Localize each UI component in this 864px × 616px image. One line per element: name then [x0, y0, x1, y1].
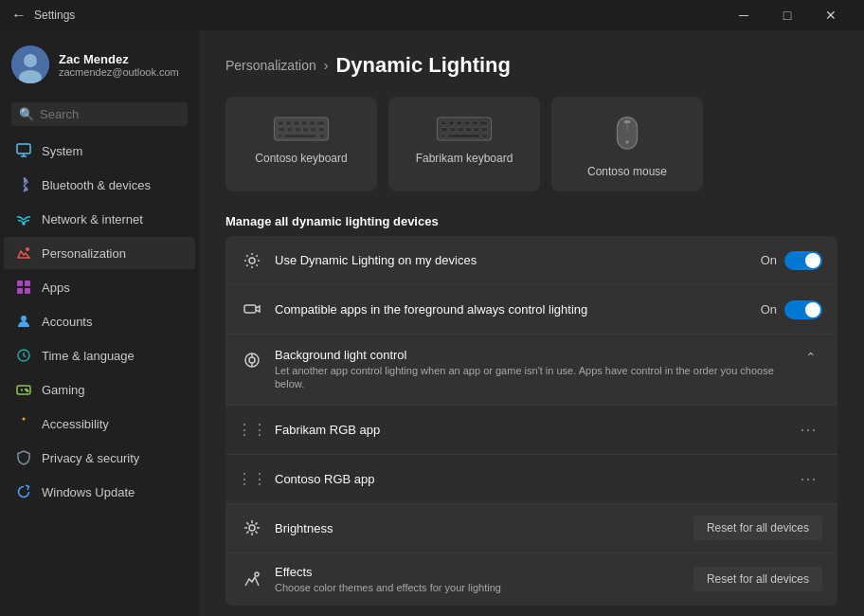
setting-effects: Effects Choose color themes and effects …: [225, 553, 837, 606]
svg-line-77: [256, 522, 258, 524]
effects-icon: [241, 568, 263, 590]
drag-handle-icon-2[interactable]: ⋮⋮: [241, 467, 263, 490]
device-card-contoso-mouse[interactable]: Contoso mouse: [551, 97, 703, 191]
update-icon: [15, 483, 32, 500]
sidebar-label-update: Windows Update: [42, 485, 135, 499]
svg-rect-24: [301, 121, 307, 126]
background-light-label: Background light control: [275, 348, 788, 362]
svg-point-18: [27, 390, 28, 392]
brightness-reset-button[interactable]: Reset for all devices: [693, 516, 822, 540]
fabrikam-rgb-label: Fabrikam RGB app: [275, 423, 783, 437]
svg-point-79: [255, 572, 259, 576]
svg-rect-40: [464, 121, 470, 126]
background-light-icon: [241, 349, 263, 371]
svg-point-67: [249, 357, 255, 363]
minimize-button[interactable]: ─: [722, 0, 765, 30]
search-input[interactable]: [40, 107, 199, 121]
svg-rect-43: [441, 128, 448, 133]
svg-rect-8: [17, 281, 23, 286]
effects-reset[interactable]: Reset for all devices: [693, 567, 822, 591]
sidebar-label-bluetooth: Bluetooth & devices: [42, 178, 151, 192]
search-icon: 🔍: [19, 107, 34, 121]
sidebar-item-update[interactable]: Windows Update: [4, 476, 195, 508]
svg-rect-9: [25, 281, 30, 286]
toggle-on-label-2: On: [761, 302, 777, 317]
svg-line-78: [246, 532, 248, 534]
sidebar-item-system[interactable]: System: [4, 135, 195, 167]
svg-point-1: [24, 54, 37, 67]
svg-rect-47: [474, 128, 479, 133]
sidebar-item-apps[interactable]: Apps: [4, 271, 195, 303]
sidebar-item-accounts[interactable]: Accounts: [4, 305, 195, 337]
background-light-collapse[interactable]: ⌃: [800, 348, 822, 367]
collapse-icon[interactable]: ⌃: [800, 348, 822, 367]
search-box[interactable]: 🔍: [11, 102, 188, 126]
maximize-button[interactable]: □: [765, 0, 809, 30]
sidebar-item-bluetooth[interactable]: Bluetooth & devices: [4, 169, 195, 201]
sidebar: Zac Mendez zacmendez@outlook.com 🔍 Syste…: [0, 30, 199, 616]
sidebar-item-network[interactable]: Network & internet: [4, 203, 195, 235]
mouse-icon: [613, 116, 641, 155]
svg-rect-26: [317, 121, 325, 126]
sidebar-item-personalization[interactable]: Personalization: [4, 237, 195, 269]
brightness-reset[interactable]: Reset for all devices: [693, 516, 822, 540]
main-settings-group: Use Dynamic Lighting on my devices On Co…: [225, 236, 837, 606]
contoso-rgb-label: Contoso RGB app: [275, 472, 783, 486]
svg-point-56: [249, 258, 255, 263]
setting-fabrikam-rgb: ⋮⋮ Fabrikam RGB app ⋯: [225, 406, 837, 455]
app-body: Zac Mendez zacmendez@outlook.com 🔍 Syste…: [0, 30, 864, 616]
user-section[interactable]: Zac Mendez zacmendez@outlook.com: [0, 30, 199, 99]
svg-rect-28: [287, 128, 293, 133]
svg-rect-27: [278, 128, 285, 133]
device-card-fabrikam-keyboard[interactable]: Fabrikam keyboard: [388, 97, 540, 191]
use-dynamic-lighting-control: On: [761, 251, 822, 270]
setting-background-light-control: Background light control Let another app…: [225, 335, 837, 406]
contoso-rgb-more[interactable]: ⋯: [794, 466, 822, 491]
apps-icon: [15, 279, 32, 296]
close-button[interactable]: ✕: [809, 0, 853, 30]
compatible-apps-toggle[interactable]: [784, 300, 822, 319]
breadcrumb-parent[interactable]: Personalization: [225, 58, 316, 73]
title-bar-left: ← Settings: [11, 7, 75, 24]
more-options-icon-1[interactable]: ⋯: [794, 417, 822, 442]
time-icon: [15, 347, 32, 364]
fabrikam-rgb-more[interactable]: ⋯: [794, 417, 822, 442]
svg-rect-11: [25, 288, 30, 294]
effects-reset-button[interactable]: Reset for all devices: [693, 567, 822, 591]
svg-line-63: [256, 255, 257, 256]
sidebar-label-accounts: Accounts: [42, 315, 92, 329]
network-icon: [15, 210, 32, 227]
svg-rect-21: [278, 121, 283, 126]
brightness-text: Brightness: [275, 521, 682, 535]
brightness-icon: [241, 516, 263, 539]
avatar-image: [11, 45, 49, 83]
compatible-apps-text: Compatible apps in the foreground always…: [275, 302, 749, 317]
back-icon[interactable]: ←: [11, 7, 27, 24]
svg-rect-44: [450, 128, 456, 133]
effects-text: Effects Choose color themes and effects …: [275, 565, 682, 594]
use-dynamic-lighting-text: Use Dynamic Lighting on my devices: [275, 253, 749, 267]
background-light-text: Background light control Let another app…: [275, 348, 788, 391]
keyboard-icon: [273, 116, 330, 142]
drag-handle-icon-1[interactable]: ⋮⋮: [241, 418, 263, 441]
more-options-icon-2[interactable]: ⋯: [794, 466, 822, 491]
setting-compatible-apps: Compatible apps in the foreground always…: [225, 285, 837, 335]
fabrikam-keyboard-icon: [436, 116, 493, 142]
avatar: [11, 45, 49, 83]
breadcrumb-sep: ›: [324, 58, 329, 73]
sidebar-label-personalization: Personalization: [42, 246, 126, 261]
compatible-apps-control: On: [761, 300, 822, 319]
use-dynamic-lighting-toggle[interactable]: [784, 251, 822, 270]
setting-use-dynamic-lighting: Use Dynamic Lighting on my devices On: [225, 236, 837, 285]
svg-rect-49: [441, 134, 445, 138]
device-card-contoso-keyboard[interactable]: Contoso keyboard: [225, 97, 377, 191]
sidebar-label-privacy: Privacy & security: [42, 451, 139, 465]
sidebar-item-privacy[interactable]: Privacy & security: [4, 442, 195, 474]
svg-point-70: [249, 525, 255, 531]
sidebar-item-accessibility[interactable]: Accessibility: [4, 408, 195, 440]
user-name: Zac Mendez: [59, 52, 188, 66]
sidebar-item-time[interactable]: Time & language: [4, 339, 195, 371]
svg-rect-46: [466, 128, 472, 133]
sidebar-item-gaming[interactable]: Gaming: [4, 373, 195, 406]
svg-point-12: [21, 316, 27, 321]
